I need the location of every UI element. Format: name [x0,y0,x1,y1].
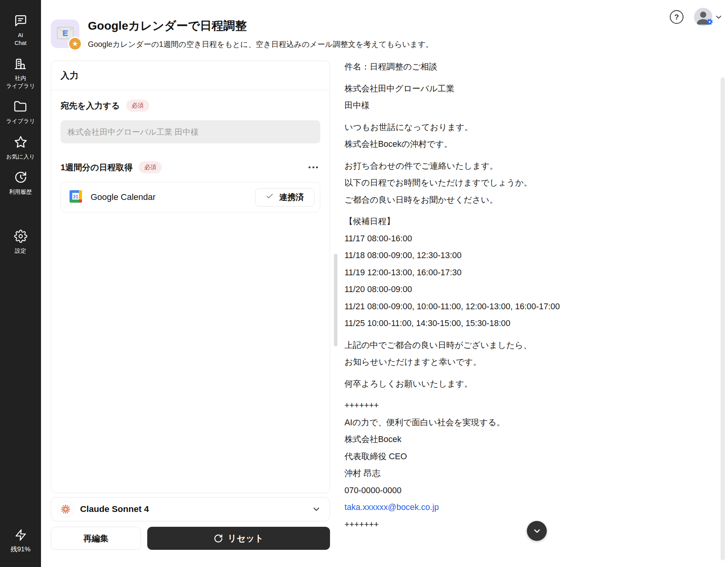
email-line: 11/17 08:00-16:00 [344,230,618,248]
lightning-bolt-icon [14,529,27,543]
email-line: 以下の日程でお時間をいただけますでしょうか。 [344,175,618,192]
page-scrollbar-thumb[interactable] [721,77,725,560]
linked-status-button[interactable]: 連携済 [255,188,314,207]
sidebar-item-label: ライブラリ [6,118,35,125]
refresh-icon [214,534,223,543]
envelope-letter: E [62,29,68,37]
claude-logo-icon [57,501,74,517]
output-scrollbar-thumb[interactable] [334,254,337,346]
email-line: 株式会社Bocek [344,431,618,448]
more-options-icon[interactable] [309,164,320,171]
email-line: ご都合の良い日時をお聞かせください。 [344,192,618,209]
reset-button-label: リセット [228,532,264,544]
app-icon: E ★ [51,20,79,48]
email-paragraph: 何卒よろしくお願いいたします。 [344,376,618,393]
email-line: 11/25 10:00-11:00, 14:30-15:00, 15:30-18… [344,315,618,332]
account-chevron-down-icon[interactable] [714,13,723,23]
reedit-button[interactable]: 再編集 [51,527,141,550]
email-line: 何卒よろしくお願いいたします。 [344,376,618,393]
sidebar-item-label: お気に入り [6,153,35,161]
credit-remaining-label: 残91% [11,545,30,554]
email-line: 070-0000-0000 [344,482,618,499]
email-paragraph: 上記の中でご都合の良い日時がございましたら、お知らせいただけますと幸いです。 [344,337,618,371]
star-icon [14,136,27,150]
schedule-field-label: 1週間分の日程取得 [61,162,132,173]
account-gear-badge-icon [706,18,714,27]
email-link[interactable]: taka.xxxxxx@bocek.co.jp [344,503,439,512]
email-line: 上記の中でご都合の良い日時がございましたら、 [344,337,618,354]
folder-icon [14,100,27,115]
linked-status-label: 連携済 [279,192,304,203]
email-paragraph: 【候補日程】11/17 08:00-16:0011/18 08:00-09:00… [344,213,618,332]
page-title: Googleカレンダーで日程調整 [88,18,247,34]
email-output: 件名：日程調整のご相談株式会社田中グローバル工業田中様いつもお世話になっておりま… [344,59,618,538]
sidebar-item-settings[interactable]: 設定 [14,230,27,255]
chevron-down-icon [312,505,321,514]
chat-bubble-icon [14,14,27,29]
email-paragraph: 件名：日程調整のご相談 [344,59,618,76]
credit-remaining: 残91% [0,529,41,554]
recipient-field-label: 宛先を入力する [61,100,120,111]
gear-icon [14,230,27,244]
input-panel: 入力 宛先を入力する 必須 1週間分の日程取得 必須 [51,61,330,493]
email-line: 沖村 昂志 [344,465,618,482]
model-selector[interactable]: Claude Sonnet 4 [51,497,330,521]
star-badge-icon: ★ [68,37,82,51]
sidebar-item-usage-history[interactable]: 利用履歴 [9,171,32,196]
email-paragraph: +++++++AIの力で、便利で面白い社会を実現する。株式会社Bocek代表取締… [344,397,618,533]
email-line: 11/18 08:00-09:00, 12:30-13:00 [344,247,618,264]
google-calendar-icon: 31 [68,189,84,206]
sidebar-item-ai-chat[interactable]: AI Chat [14,14,27,47]
recipient-input[interactable] [61,120,320,143]
email-line: 11/19 12:00-13:00, 16:00-17:30 [344,264,618,282]
email-line: お知らせいただけますと幸いです。 [344,354,618,371]
history-clock-icon [14,171,27,185]
app-root: AI Chat 社内 ライブラリ ライブラリ [0,0,728,567]
email-line: 件名：日程調整のご相談 [344,59,618,76]
email-line: お打ち合わせの件でご連絡いたします。 [344,158,618,175]
sidebar-item-label: 利用履歴 [9,188,32,196]
required-badge: 必須 [139,161,162,173]
google-calendar-connector: 31 Google Calendar 連携済 [61,182,320,212]
page-subtitle: Googleカレンダーの1週間の空き日程をもとに、空き日程込みのメール調整文を考… [88,39,433,50]
sidebar-item-label: AI Chat [14,32,27,47]
reset-button[interactable]: リセット [147,527,330,550]
required-badge: 必須 [126,100,149,112]
email-paragraph: 株式会社田中グローバル工業田中様 [344,80,618,114]
email-line: 田中様 [344,97,618,114]
sidebar-item-label: 社内 ライブラリ [6,75,35,90]
provider-name: Google Calendar [91,192,155,202]
gcal-day-number: 31 [73,194,79,200]
email-line: いつもお世話になっております。 [344,119,618,136]
email-paragraph: お打ち合わせの件でご連絡いたします。以下の日程でお時間をいただけますでしょうか。… [344,158,618,209]
sidebar-item-favorites[interactable]: お気に入り [6,136,35,161]
email-line: 株式会社田中グローバル工業 [344,80,618,98]
email-line: 株式会社Bocekの沖村です。 [344,136,618,153]
input-panel-title: 入力 [51,61,330,90]
email-line: 11/20 08:00-09:00 [344,281,618,298]
model-name: Claude Sonnet 4 [80,504,149,514]
sidebar-item-company-library[interactable]: 社内 ライブラリ [6,57,35,90]
sidebar-item-library[interactable]: ライブラリ [6,100,35,125]
building-icon [14,57,27,72]
email-line: AIの力で、便利で面白い社会を実現する。 [344,414,618,431]
email-line: 代表取締役 CEO [344,448,618,465]
check-icon [266,192,274,202]
scroll-down-button[interactable] [527,521,547,541]
email-line: taka.xxxxxx@bocek.co.jp [344,499,618,516]
sidebar: AI Chat 社内 ライブラリ ライブラリ [0,0,41,567]
email-line: 【候補日程】 [344,213,618,230]
email-line: +++++++ [344,397,618,414]
email-line: 11/21 08:00-09:00, 10:00-11:00, 12:00-13… [344,298,618,316]
sidebar-item-label: 設定 [15,247,26,255]
email-line: +++++++ [344,516,618,533]
account-avatar[interactable] [694,8,712,26]
email-paragraph: いつもお世話になっております。株式会社Bocekの沖村です。 [344,119,618,153]
help-icon[interactable]: ? [670,10,683,24]
